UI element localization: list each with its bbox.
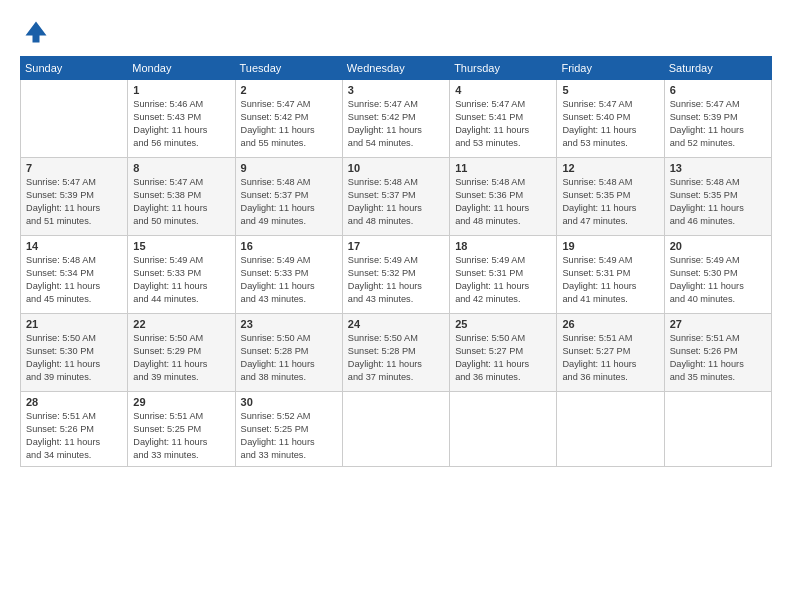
day-number: 14 (26, 240, 122, 252)
weekday-header-thursday: Thursday (450, 57, 557, 80)
calendar-header-row: SundayMondayTuesdayWednesdayThursdayFrid… (21, 57, 772, 80)
day-info: Sunrise: 5:50 AMSunset: 5:29 PMDaylight:… (133, 332, 229, 384)
day-number: 28 (26, 396, 122, 408)
day-number: 20 (670, 240, 766, 252)
calendar-cell: 17Sunrise: 5:49 AMSunset: 5:32 PMDayligh… (342, 236, 449, 314)
day-number: 26 (562, 318, 658, 330)
day-info: Sunrise: 5:48 AMSunset: 5:35 PMDaylight:… (670, 176, 766, 228)
calendar-cell: 15Sunrise: 5:49 AMSunset: 5:33 PMDayligh… (128, 236, 235, 314)
weekday-header-wednesday: Wednesday (342, 57, 449, 80)
day-number: 25 (455, 318, 551, 330)
day-number: 30 (241, 396, 337, 408)
calendar-cell: 27Sunrise: 5:51 AMSunset: 5:26 PMDayligh… (664, 314, 771, 392)
calendar-week-row: 1Sunrise: 5:46 AMSunset: 5:43 PMDaylight… (21, 80, 772, 158)
calendar-cell: 12Sunrise: 5:48 AMSunset: 5:35 PMDayligh… (557, 158, 664, 236)
day-number: 12 (562, 162, 658, 174)
day-info: Sunrise: 5:48 AMSunset: 5:36 PMDaylight:… (455, 176, 551, 228)
day-info: Sunrise: 5:48 AMSunset: 5:37 PMDaylight:… (348, 176, 444, 228)
day-info: Sunrise: 5:51 AMSunset: 5:26 PMDaylight:… (670, 332, 766, 384)
day-info: Sunrise: 5:47 AMSunset: 5:40 PMDaylight:… (562, 98, 658, 150)
day-info: Sunrise: 5:48 AMSunset: 5:37 PMDaylight:… (241, 176, 337, 228)
day-info: Sunrise: 5:47 AMSunset: 5:42 PMDaylight:… (241, 98, 337, 150)
day-info: Sunrise: 5:51 AMSunset: 5:26 PMDaylight:… (26, 410, 122, 462)
day-number: 24 (348, 318, 444, 330)
calendar-cell: 25Sunrise: 5:50 AMSunset: 5:27 PMDayligh… (450, 314, 557, 392)
calendar-week-row: 14Sunrise: 5:48 AMSunset: 5:34 PMDayligh… (21, 236, 772, 314)
calendar-cell: 1Sunrise: 5:46 AMSunset: 5:43 PMDaylight… (128, 80, 235, 158)
day-info: Sunrise: 5:47 AMSunset: 5:41 PMDaylight:… (455, 98, 551, 150)
weekday-header-friday: Friday (557, 57, 664, 80)
day-info: Sunrise: 5:49 AMSunset: 5:33 PMDaylight:… (133, 254, 229, 306)
weekday-header-sunday: Sunday (21, 57, 128, 80)
day-info: Sunrise: 5:51 AMSunset: 5:27 PMDaylight:… (562, 332, 658, 384)
day-number: 22 (133, 318, 229, 330)
day-number: 17 (348, 240, 444, 252)
day-number: 18 (455, 240, 551, 252)
day-info: Sunrise: 5:50 AMSunset: 5:28 PMDaylight:… (241, 332, 337, 384)
calendar-cell: 24Sunrise: 5:50 AMSunset: 5:28 PMDayligh… (342, 314, 449, 392)
day-number: 23 (241, 318, 337, 330)
weekday-header-saturday: Saturday (664, 57, 771, 80)
day-info: Sunrise: 5:46 AMSunset: 5:43 PMDaylight:… (133, 98, 229, 150)
day-number: 9 (241, 162, 337, 174)
day-number: 2 (241, 84, 337, 96)
day-info: Sunrise: 5:50 AMSunset: 5:28 PMDaylight:… (348, 332, 444, 384)
day-number: 21 (26, 318, 122, 330)
calendar-week-row: 28Sunrise: 5:51 AMSunset: 5:26 PMDayligh… (21, 392, 772, 467)
day-info: Sunrise: 5:49 AMSunset: 5:33 PMDaylight:… (241, 254, 337, 306)
day-info: Sunrise: 5:49 AMSunset: 5:30 PMDaylight:… (670, 254, 766, 306)
calendar-cell: 2Sunrise: 5:47 AMSunset: 5:42 PMDaylight… (235, 80, 342, 158)
day-number: 8 (133, 162, 229, 174)
day-number: 7 (26, 162, 122, 174)
day-info: Sunrise: 5:49 AMSunset: 5:32 PMDaylight:… (348, 254, 444, 306)
day-info: Sunrise: 5:48 AMSunset: 5:34 PMDaylight:… (26, 254, 122, 306)
day-info: Sunrise: 5:49 AMSunset: 5:31 PMDaylight:… (455, 254, 551, 306)
day-number: 27 (670, 318, 766, 330)
day-number: 19 (562, 240, 658, 252)
weekday-header-tuesday: Tuesday (235, 57, 342, 80)
calendar-cell: 10Sunrise: 5:48 AMSunset: 5:37 PMDayligh… (342, 158, 449, 236)
calendar-week-row: 7Sunrise: 5:47 AMSunset: 5:39 PMDaylight… (21, 158, 772, 236)
calendar-cell (21, 80, 128, 158)
header (20, 18, 772, 46)
calendar-cell: 6Sunrise: 5:47 AMSunset: 5:39 PMDaylight… (664, 80, 771, 158)
calendar-cell: 14Sunrise: 5:48 AMSunset: 5:34 PMDayligh… (21, 236, 128, 314)
day-number: 4 (455, 84, 551, 96)
day-number: 3 (348, 84, 444, 96)
weekday-header-monday: Monday (128, 57, 235, 80)
day-info: Sunrise: 5:49 AMSunset: 5:31 PMDaylight:… (562, 254, 658, 306)
logo-icon (22, 18, 50, 46)
day-number: 5 (562, 84, 658, 96)
day-info: Sunrise: 5:47 AMSunset: 5:39 PMDaylight:… (26, 176, 122, 228)
calendar-cell: 21Sunrise: 5:50 AMSunset: 5:30 PMDayligh… (21, 314, 128, 392)
day-number: 15 (133, 240, 229, 252)
day-number: 13 (670, 162, 766, 174)
calendar-cell: 13Sunrise: 5:48 AMSunset: 5:35 PMDayligh… (664, 158, 771, 236)
calendar-cell: 23Sunrise: 5:50 AMSunset: 5:28 PMDayligh… (235, 314, 342, 392)
day-info: Sunrise: 5:47 AMSunset: 5:38 PMDaylight:… (133, 176, 229, 228)
calendar-cell: 3Sunrise: 5:47 AMSunset: 5:42 PMDaylight… (342, 80, 449, 158)
calendar-cell: 20Sunrise: 5:49 AMSunset: 5:30 PMDayligh… (664, 236, 771, 314)
calendar-cell: 26Sunrise: 5:51 AMSunset: 5:27 PMDayligh… (557, 314, 664, 392)
calendar-cell: 19Sunrise: 5:49 AMSunset: 5:31 PMDayligh… (557, 236, 664, 314)
calendar-cell: 29Sunrise: 5:51 AMSunset: 5:25 PMDayligh… (128, 392, 235, 467)
calendar-cell: 11Sunrise: 5:48 AMSunset: 5:36 PMDayligh… (450, 158, 557, 236)
svg-marker-0 (26, 22, 47, 43)
day-info: Sunrise: 5:47 AMSunset: 5:42 PMDaylight:… (348, 98, 444, 150)
day-info: Sunrise: 5:48 AMSunset: 5:35 PMDaylight:… (562, 176, 658, 228)
calendar-cell: 4Sunrise: 5:47 AMSunset: 5:41 PMDaylight… (450, 80, 557, 158)
page: SundayMondayTuesdayWednesdayThursdayFrid… (0, 0, 792, 612)
logo (20, 18, 50, 46)
day-number: 6 (670, 84, 766, 96)
day-number: 11 (455, 162, 551, 174)
day-info: Sunrise: 5:52 AMSunset: 5:25 PMDaylight:… (241, 410, 337, 462)
day-info: Sunrise: 5:47 AMSunset: 5:39 PMDaylight:… (670, 98, 766, 150)
calendar-cell: 9Sunrise: 5:48 AMSunset: 5:37 PMDaylight… (235, 158, 342, 236)
calendar-cell: 22Sunrise: 5:50 AMSunset: 5:29 PMDayligh… (128, 314, 235, 392)
calendar-cell: 16Sunrise: 5:49 AMSunset: 5:33 PMDayligh… (235, 236, 342, 314)
day-info: Sunrise: 5:51 AMSunset: 5:25 PMDaylight:… (133, 410, 229, 462)
day-number: 29 (133, 396, 229, 408)
calendar-cell: 7Sunrise: 5:47 AMSunset: 5:39 PMDaylight… (21, 158, 128, 236)
calendar-cell: 30Sunrise: 5:52 AMSunset: 5:25 PMDayligh… (235, 392, 342, 467)
calendar-cell: 5Sunrise: 5:47 AMSunset: 5:40 PMDaylight… (557, 80, 664, 158)
